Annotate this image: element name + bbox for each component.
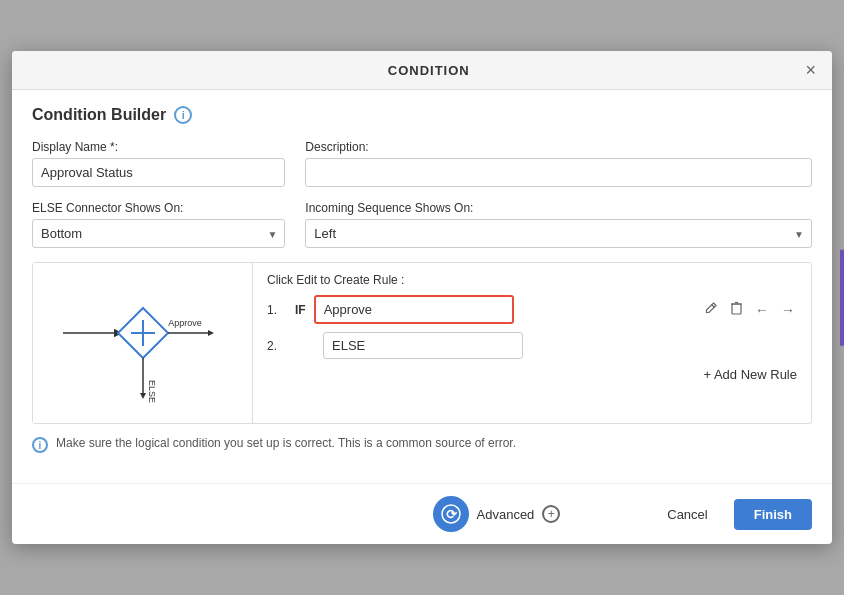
svg-rect-12 bbox=[732, 304, 741, 314]
footer-center: ⟳ Advanced + bbox=[342, 496, 652, 532]
modal-overlay: CONDITION × Condition Builder i Display … bbox=[0, 0, 844, 595]
rule-1-edit-button[interactable] bbox=[702, 299, 720, 320]
cancel-button[interactable]: Cancel bbox=[651, 499, 723, 530]
rule-1-input[interactable] bbox=[314, 295, 514, 324]
incoming-sequence-select[interactable]: Left Right Top Bottom bbox=[305, 219, 812, 248]
condition-modal: CONDITION × Condition Builder i Display … bbox=[12, 51, 832, 544]
else-connector-group: ELSE Connector Shows On: Bottom Top Left… bbox=[32, 201, 285, 248]
else-connector-label: ELSE Connector Shows On: bbox=[32, 201, 285, 215]
incoming-sequence-label: Incoming Sequence Shows On: bbox=[305, 201, 812, 215]
footer-right: Cancel Finish bbox=[651, 499, 812, 530]
display-name-label: Display Name *: bbox=[32, 140, 285, 154]
rule-item-2: 2. bbox=[267, 332, 797, 359]
add-rule-button[interactable]: + Add New Rule bbox=[703, 367, 797, 382]
modal-title: CONDITION bbox=[52, 63, 805, 78]
rules-area: Click Edit to Create Rule : 1. IF bbox=[253, 263, 811, 423]
modal-footer: ⟳ Advanced + Cancel Finish bbox=[12, 483, 832, 544]
else-connector-select[interactable]: Bottom Top Left Right bbox=[32, 219, 285, 248]
display-name-input[interactable] bbox=[32, 158, 285, 187]
rule-section: Approve ELSE bbox=[32, 262, 812, 424]
modal-header: CONDITION × bbox=[12, 51, 832, 90]
rule-2-input[interactable] bbox=[323, 332, 523, 359]
incoming-sequence-select-wrapper: Left Right Top Bottom ▼ bbox=[305, 219, 812, 248]
warning-text: Make sure the logical condition you set … bbox=[56, 436, 516, 450]
rule-1-move-right-button[interactable]: → bbox=[779, 300, 797, 320]
advanced-icon-button[interactable]: ⟳ bbox=[433, 496, 469, 532]
rule-1-keyword: IF bbox=[295, 303, 306, 317]
svg-text:⟳: ⟳ bbox=[445, 507, 457, 522]
click-edit-label: Click Edit to Create Rule : bbox=[267, 273, 797, 287]
modal-body: Condition Builder i Display Name *: Desc… bbox=[12, 90, 832, 483]
rule-1-actions: ← → bbox=[702, 299, 797, 320]
svg-text:Approve: Approve bbox=[168, 318, 202, 328]
description-input[interactable] bbox=[305, 158, 812, 187]
warning-icon: i bbox=[32, 437, 48, 453]
form-row-2: ELSE Connector Shows On: Bottom Top Left… bbox=[32, 201, 812, 248]
advanced-label: Advanced bbox=[477, 507, 535, 522]
form-row-1: Display Name *: Description: bbox=[32, 140, 812, 187]
display-name-group: Display Name *: bbox=[32, 140, 285, 187]
finish-button[interactable]: Finish bbox=[734, 499, 812, 530]
rule-2-number: 2. bbox=[267, 339, 287, 353]
close-button[interactable]: × bbox=[805, 61, 816, 79]
app-data-tab[interactable]: ‹ App Data bbox=[840, 249, 844, 345]
rule-item-1: 1. IF bbox=[267, 295, 797, 324]
description-group: Description: bbox=[305, 140, 812, 187]
advanced-symbol-icon: ⟳ bbox=[441, 504, 461, 524]
svg-text:ELSE: ELSE bbox=[147, 380, 157, 403]
rule-1-move-left-button[interactable]: ← bbox=[753, 300, 771, 320]
warning-row: i Make sure the logical condition you se… bbox=[32, 436, 812, 453]
section-title-row: Condition Builder i bbox=[32, 106, 812, 124]
delete-icon bbox=[730, 301, 743, 315]
section-title-text: Condition Builder bbox=[32, 106, 166, 124]
diagram-area: Approve ELSE bbox=[33, 263, 253, 423]
rule-1-number: 1. bbox=[267, 303, 287, 317]
add-advanced-button[interactable]: + bbox=[542, 505, 560, 523]
info-icon[interactable]: i bbox=[174, 106, 192, 124]
description-label: Description: bbox=[305, 140, 812, 154]
svg-marker-5 bbox=[208, 330, 214, 336]
incoming-sequence-group: Incoming Sequence Shows On: Left Right T… bbox=[305, 201, 812, 248]
add-rule-row: + Add New Rule bbox=[267, 367, 797, 382]
else-connector-select-wrapper: Bottom Top Left Right ▼ bbox=[32, 219, 285, 248]
rule-1-delete-button[interactable] bbox=[728, 299, 745, 320]
svg-line-11 bbox=[712, 305, 715, 308]
condition-diagram: Approve ELSE bbox=[53, 278, 233, 408]
svg-marker-8 bbox=[140, 393, 146, 399]
edit-icon bbox=[704, 301, 718, 315]
